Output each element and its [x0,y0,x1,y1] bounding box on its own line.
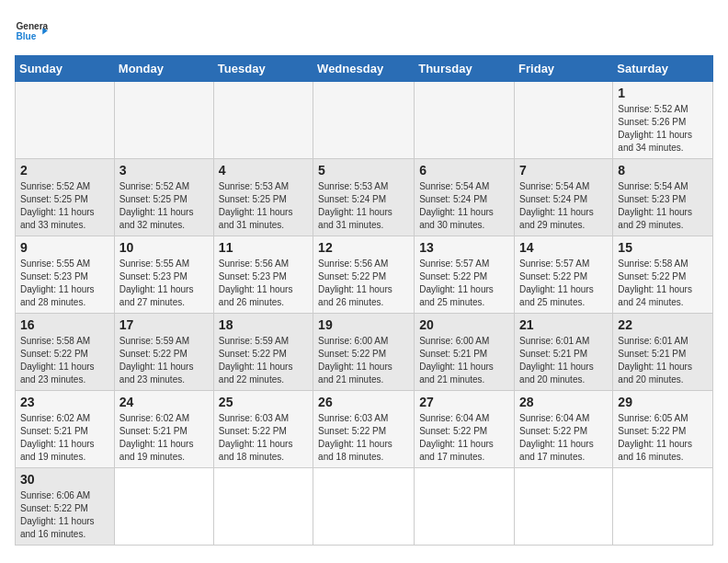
calendar-cell [213,82,313,159]
day-info: Sunrise: 6:00 AM Sunset: 5:22 PM Dayligh… [318,335,409,386]
day-info: Sunrise: 5:52 AM Sunset: 5:25 PM Dayligh… [20,180,109,232]
day-number: 30 [20,472,109,487]
calendar-cell: 26Sunrise: 6:03 AM Sunset: 5:22 PM Dayli… [313,391,415,468]
day-info: Sunrise: 6:03 AM Sunset: 5:22 PM Dayligh… [219,412,308,464]
calendar-cell: 9Sunrise: 5:55 AM Sunset: 5:23 PM Daylig… [16,236,115,314]
calendar-cell: 4Sunrise: 5:53 AM Sunset: 5:25 PM Daylig… [213,159,313,236]
calendar-week-row: 23Sunrise: 6:02 AM Sunset: 5:21 PM Dayli… [16,391,713,468]
calendar-week-row: 1Sunrise: 5:52 AM Sunset: 5:26 PM Daylig… [16,82,713,159]
day-info: Sunrise: 5:58 AM Sunset: 5:22 PM Dayligh… [20,335,109,386]
day-info: Sunrise: 5:53 AM Sunset: 5:25 PM Dayligh… [219,180,308,232]
day-number: 9 [20,240,109,255]
day-info: Sunrise: 5:54 AM Sunset: 5:23 PM Dayligh… [618,180,708,232]
calendar-cell [16,82,115,159]
day-number: 12 [318,240,409,255]
day-info: Sunrise: 6:04 AM Sunset: 5:22 PM Dayligh… [419,412,509,464]
calendar-cell: 25Sunrise: 6:03 AM Sunset: 5:22 PM Dayli… [213,391,313,468]
day-info: Sunrise: 6:02 AM Sunset: 5:21 PM Dayligh… [20,412,109,464]
day-info: Sunrise: 6:04 AM Sunset: 5:22 PM Dayligh… [519,412,608,464]
page-header: General Blue [15,15,713,48]
day-info: Sunrise: 5:54 AM Sunset: 5:24 PM Dayligh… [519,180,608,232]
day-number: 28 [519,395,608,409]
day-info: Sunrise: 5:57 AM Sunset: 5:22 PM Dayligh… [419,258,509,309]
calendar-week-row: 16Sunrise: 5:58 AM Sunset: 5:22 PM Dayli… [16,314,713,391]
calendar-cell [415,468,515,546]
calendar-cell: 27Sunrise: 6:04 AM Sunset: 5:22 PM Dayli… [415,391,515,468]
day-number: 19 [318,317,409,332]
calendar-cell: 28Sunrise: 6:04 AM Sunset: 5:22 PM Dayli… [515,391,613,468]
day-info: Sunrise: 5:59 AM Sunset: 5:22 PM Dayligh… [219,335,308,386]
day-number: 16 [20,317,109,332]
weekday-header-row: SundayMondayTuesdayWednesdayThursdayFrid… [16,56,713,82]
calendar-cell: 8Sunrise: 5:54 AM Sunset: 5:23 PM Daylig… [613,159,713,236]
day-number: 18 [219,317,308,332]
day-number: 20 [419,317,509,332]
logo: General Blue [15,15,48,48]
calendar-cell: 11Sunrise: 5:56 AM Sunset: 5:23 PM Dayli… [213,236,313,314]
calendar-week-row: 30Sunrise: 6:06 AM Sunset: 5:22 PM Dayli… [16,468,713,546]
calendar-cell: 23Sunrise: 6:02 AM Sunset: 5:21 PM Dayli… [16,391,115,468]
calendar-cell: 15Sunrise: 5:58 AM Sunset: 5:22 PM Dayli… [613,236,713,314]
calendar-cell [313,468,415,546]
calendar-cell [114,82,213,159]
calendar-cell: 14Sunrise: 5:57 AM Sunset: 5:22 PM Dayli… [515,236,613,314]
day-number: 2 [20,163,109,178]
calendar-table: SundayMondayTuesdayWednesdayThursdayFrid… [15,55,713,546]
calendar-cell: 1Sunrise: 5:52 AM Sunset: 5:26 PM Daylig… [613,82,713,159]
calendar-cell [415,82,515,159]
day-info: Sunrise: 5:55 AM Sunset: 5:23 PM Dayligh… [20,258,109,309]
day-number: 3 [119,163,209,178]
day-number: 26 [318,395,409,409]
calendar-cell: 3Sunrise: 5:52 AM Sunset: 5:25 PM Daylig… [114,159,213,236]
calendar-cell: 12Sunrise: 5:56 AM Sunset: 5:22 PM Dayli… [313,236,415,314]
day-info: Sunrise: 5:57 AM Sunset: 5:22 PM Dayligh… [519,258,608,309]
day-info: Sunrise: 6:05 AM Sunset: 5:22 PM Dayligh… [618,412,708,464]
calendar-cell: 2Sunrise: 5:52 AM Sunset: 5:25 PM Daylig… [16,159,115,236]
day-number: 22 [618,317,708,332]
generalblue-logo-icon: General Blue [15,15,48,48]
calendar-cell: 5Sunrise: 5:53 AM Sunset: 5:24 PM Daylig… [313,159,415,236]
calendar-cell: 13Sunrise: 5:57 AM Sunset: 5:22 PM Dayli… [415,236,515,314]
calendar-cell: 18Sunrise: 5:59 AM Sunset: 5:22 PM Dayli… [213,314,313,391]
day-number: 7 [519,163,608,178]
calendar-cell [613,468,713,546]
calendar-week-row: 9Sunrise: 5:55 AM Sunset: 5:23 PM Daylig… [16,236,713,314]
day-number: 11 [219,240,308,255]
day-info: Sunrise: 5:54 AM Sunset: 5:24 PM Dayligh… [419,180,509,232]
day-number: 23 [20,395,109,409]
calendar-cell: 21Sunrise: 6:01 AM Sunset: 5:21 PM Dayli… [515,314,613,391]
day-number: 29 [618,395,708,409]
calendar-cell [114,468,213,546]
day-info: Sunrise: 5:55 AM Sunset: 5:23 PM Dayligh… [119,258,209,309]
weekday-header-saturday: Saturday [613,56,713,82]
day-info: Sunrise: 6:02 AM Sunset: 5:21 PM Dayligh… [119,412,209,464]
calendar-cell [515,82,613,159]
day-info: Sunrise: 5:56 AM Sunset: 5:23 PM Dayligh… [219,258,308,309]
day-number: 21 [519,317,608,332]
calendar-cell: 7Sunrise: 5:54 AM Sunset: 5:24 PM Daylig… [515,159,613,236]
day-info: Sunrise: 5:52 AM Sunset: 5:25 PM Dayligh… [119,180,209,232]
day-info: Sunrise: 6:01 AM Sunset: 5:21 PM Dayligh… [519,335,608,386]
day-info: Sunrise: 6:00 AM Sunset: 5:21 PM Dayligh… [419,335,509,386]
calendar-cell: 10Sunrise: 5:55 AM Sunset: 5:23 PM Dayli… [114,236,213,314]
calendar-cell: 30Sunrise: 6:06 AM Sunset: 5:22 PM Dayli… [16,468,115,546]
day-number: 4 [219,163,308,178]
day-info: Sunrise: 5:52 AM Sunset: 5:26 PM Dayligh… [618,103,708,155]
day-number: 13 [419,240,509,255]
day-info: Sunrise: 5:56 AM Sunset: 5:22 PM Dayligh… [318,258,409,309]
weekday-header-wednesday: Wednesday [313,56,415,82]
calendar-cell [213,468,313,546]
calendar-cell: 22Sunrise: 6:01 AM Sunset: 5:21 PM Dayli… [613,314,713,391]
weekday-header-sunday: Sunday [16,56,115,82]
day-number: 10 [119,240,209,255]
day-info: Sunrise: 5:53 AM Sunset: 5:24 PM Dayligh… [318,180,409,232]
day-number: 6 [419,163,509,178]
day-number: 8 [618,163,708,178]
day-info: Sunrise: 5:58 AM Sunset: 5:22 PM Dayligh… [618,258,708,309]
day-info: Sunrise: 5:59 AM Sunset: 5:22 PM Dayligh… [119,335,209,386]
svg-text:Blue: Blue [16,31,36,41]
calendar-cell: 24Sunrise: 6:02 AM Sunset: 5:21 PM Dayli… [114,391,213,468]
day-number: 15 [618,240,708,255]
day-number: 5 [318,163,409,178]
weekday-header-monday: Monday [114,56,213,82]
